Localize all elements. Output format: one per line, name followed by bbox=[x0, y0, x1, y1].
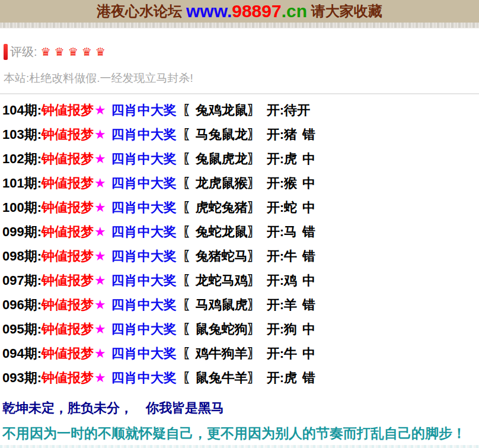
crown-icon: ♛ bbox=[68, 46, 78, 58]
records-list: 104期: 钟値报梦 ★ 四肖中大奖 〖兔鸡龙鼠〗 开:待开 103期: 钟値报… bbox=[0, 94, 479, 390]
site-notice: 本站:杜绝改料做假.一经发现立马封杀! bbox=[4, 71, 479, 86]
row-period: 096期: bbox=[2, 296, 41, 314]
row-title: 钟値报梦 bbox=[41, 296, 94, 314]
row-title: 钟値报梦 bbox=[41, 223, 94, 241]
row-period: 093期: bbox=[2, 369, 41, 387]
row-picks: 〖兔鸡龙鼠〗 bbox=[183, 101, 261, 119]
crown-icon: ♛ bbox=[82, 46, 92, 58]
prediction-row: 102期: 钟値报梦 ★ 四肖中大奖 〖兔鼠虎龙〗 开:虎 中 bbox=[2, 147, 479, 171]
rating-label: 评级: bbox=[10, 44, 37, 60]
row-outcome: 错 bbox=[302, 126, 315, 144]
prediction-row: 101期: 钟値报梦 ★ 四肖中大奖 〖龙虎鼠猴〗 开:猴 中 bbox=[2, 171, 479, 195]
collect-hint: 请大家收藏 bbox=[307, 2, 382, 21]
prediction-row: 099期: 钟値报梦 ★ 四肖中大奖 〖兔蛇龙鼠〗 开:马 错 bbox=[2, 220, 479, 244]
prediction-row: 096期: 钟値报梦 ★ 四肖中大奖 〖马鸡鼠虎〗 开:羊 错 bbox=[2, 293, 479, 317]
row-period: 100期: bbox=[2, 199, 41, 217]
row-picks: 〖鼠兔牛羊〗 bbox=[183, 369, 261, 387]
row-outcome: 中 bbox=[302, 199, 315, 217]
row-outcome: 中 bbox=[302, 345, 315, 363]
row-prize: 四肖中大奖 bbox=[111, 296, 177, 314]
star-icon: ★ bbox=[94, 370, 106, 386]
row-result: 开:牛 bbox=[267, 345, 297, 363]
row-picks: 〖鸡牛狗羊〗 bbox=[183, 345, 261, 363]
row-result: 开:鸡 bbox=[267, 272, 297, 290]
star-icon: ★ bbox=[94, 176, 106, 191]
prediction-row: 093期: 钟値报梦 ★ 四肖中大奖 〖鼠兔牛羊〗 开:虎 错 bbox=[2, 366, 479, 390]
row-period: 099期: bbox=[2, 223, 41, 241]
row-title: 钟値报梦 bbox=[41, 199, 94, 217]
row-picks: 〖兔鼠虎龙〗 bbox=[183, 150, 261, 168]
star-icon: ★ bbox=[94, 322, 106, 337]
row-prize: 四肖中大奖 bbox=[111, 345, 177, 363]
row-picks: 〖龙虎鼠猴〗 bbox=[183, 174, 261, 192]
row-title: 钟値报梦 bbox=[41, 174, 94, 192]
row-result: 开:牛 bbox=[267, 247, 297, 265]
star-icon: ★ bbox=[94, 224, 106, 240]
prediction-row: 094期: 钟値报梦 ★ 四肖中大奖 〖鸡牛狗羊〗 开:牛 中 bbox=[2, 341, 479, 366]
site-url-number: 98897 bbox=[232, 1, 281, 21]
site-banner: 港夜心水论坛 www. 98897 .cn 请大家收藏 bbox=[0, 0, 479, 23]
row-outcome: 错 bbox=[302, 369, 315, 387]
crown-icon: ♛ bbox=[95, 46, 106, 58]
header-texture-band bbox=[0, 23, 479, 28]
row-result: 开:虎 bbox=[267, 369, 297, 387]
star-icon: ★ bbox=[94, 297, 106, 313]
row-picks: 〖马兔鼠龙〗 bbox=[183, 126, 261, 144]
row-outcome: 中 bbox=[302, 272, 315, 290]
row-title: 钟値报梦 bbox=[41, 272, 94, 290]
row-period: 103期: bbox=[2, 126, 41, 144]
crown-icon: ♛ bbox=[41, 46, 51, 58]
row-title: 钟値报梦 bbox=[41, 101, 94, 119]
row-prize: 四肖中大奖 bbox=[111, 247, 177, 265]
row-title: 钟値报梦 bbox=[41, 126, 94, 144]
row-period: 097期: bbox=[2, 272, 41, 290]
row-period: 094期: bbox=[2, 345, 41, 363]
star-icon: ★ bbox=[94, 249, 106, 264]
row-period: 101期: bbox=[2, 174, 41, 192]
row-prize: 四肖中大奖 bbox=[111, 126, 177, 144]
star-icon: ★ bbox=[94, 200, 106, 215]
star-icon: ★ bbox=[94, 151, 106, 167]
row-period: 095期: bbox=[2, 320, 41, 338]
row-outcome: 中 bbox=[302, 150, 315, 168]
row-prize: 四肖中大奖 bbox=[111, 150, 177, 168]
row-prize: 四肖中大奖 bbox=[111, 223, 177, 241]
prediction-row: 100期: 钟値报梦 ★ 四肖中大奖 〖虎蛇兔猪〗 开:蛇 中 bbox=[2, 195, 479, 220]
row-picks: 〖鼠兔蛇狗〗 bbox=[183, 320, 261, 338]
row-outcome: 错 bbox=[302, 247, 315, 265]
motto-blue: 乾坤未定，胜负未分， 你我皆是黑马 bbox=[2, 401, 479, 416]
star-icon: ★ bbox=[94, 103, 106, 118]
prediction-row: 095期: 钟値报梦 ★ 四肖中大奖 〖鼠兔蛇狗〗 开:狗 中 bbox=[2, 317, 479, 341]
row-title: 钟値报梦 bbox=[41, 345, 94, 363]
prediction-row: 097期: 钟値报梦 ★ 四肖中大奖 〖龙蛇马鸡〗 开:鸡 中 bbox=[2, 268, 479, 293]
row-result: 开:马 bbox=[267, 223, 297, 241]
crown-icon: ♛ bbox=[55, 46, 65, 58]
row-picks: 〖兔猪蛇马〗 bbox=[183, 247, 261, 265]
row-title: 钟値报梦 bbox=[41, 150, 94, 168]
row-picks: 〖龙蛇马鸡〗 bbox=[183, 272, 261, 290]
row-result: 开:狗 bbox=[267, 320, 297, 338]
row-picks: 〖马鸡鼠虎〗 bbox=[183, 296, 261, 314]
row-picks: 〖虎蛇兔猪〗 bbox=[183, 199, 261, 217]
rating-line: 评级: ♛♛♛♛♛ bbox=[4, 44, 479, 60]
row-period: 104期: bbox=[2, 101, 41, 119]
row-prize: 四肖中大奖 bbox=[111, 101, 177, 119]
star-icon: ★ bbox=[94, 346, 106, 361]
site-name: 港夜心水论坛 bbox=[97, 2, 186, 21]
row-result: 开:虎 bbox=[267, 150, 297, 168]
row-prize: 四肖中大奖 bbox=[111, 199, 177, 217]
red-marker-bar bbox=[4, 44, 8, 60]
row-period: 098期: bbox=[2, 247, 41, 265]
row-title: 钟値报梦 bbox=[41, 320, 94, 338]
row-prize: 四肖中大奖 bbox=[111, 272, 177, 290]
row-period: 102期: bbox=[2, 150, 41, 168]
row-result: 开:猴 bbox=[267, 174, 297, 192]
row-outcome: 错 bbox=[302, 223, 315, 241]
row-outcome: 错 bbox=[302, 296, 315, 314]
row-result: 开:猪 bbox=[267, 126, 297, 144]
crown-list: ♛♛♛♛♛ bbox=[37, 46, 106, 58]
prediction-row: 104期: 钟値报梦 ★ 四肖中大奖 〖兔鸡龙鼠〗 开:待开 bbox=[2, 98, 479, 122]
row-prize: 四肖中大奖 bbox=[111, 174, 177, 192]
page: { "header": { "site_name": "港夜心水论坛 ", "u… bbox=[0, 0, 479, 448]
row-result: 开:羊 bbox=[267, 296, 297, 314]
